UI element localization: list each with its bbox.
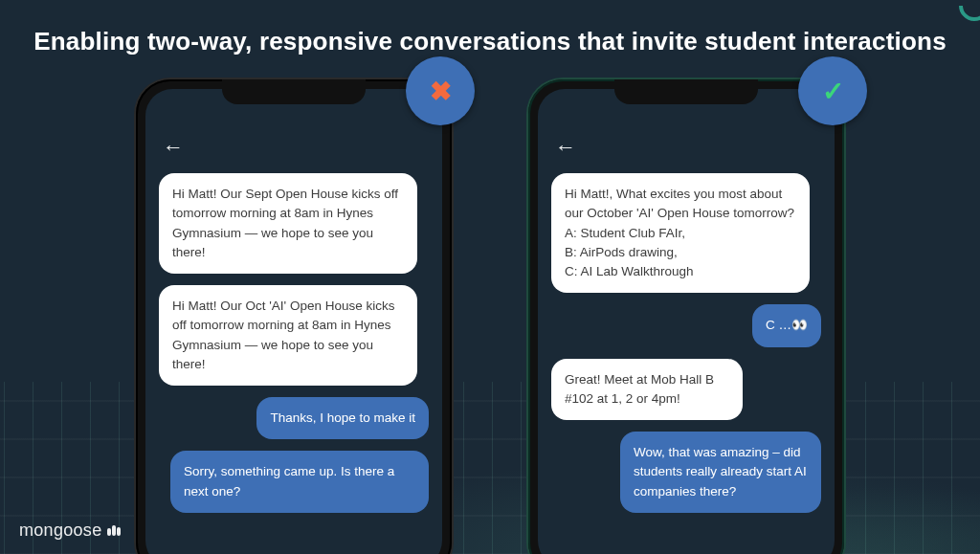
message-bubble-incoming: Hi Matt!, What excites you most about ou… bbox=[551, 173, 810, 293]
back-arrow-icon: ← bbox=[555, 137, 576, 158]
message-bubble-incoming: Hi Matt! Our Sept Open House kicks off t… bbox=[159, 173, 417, 274]
message-bubble-outgoing: Thanks, I hope to make it bbox=[256, 397, 429, 439]
message-list: Hi Matt!, What excites you most about ou… bbox=[551, 173, 821, 513]
phone-mockup-bad-example: ✖ ← Hi Matt! Our Sept Open House kicks o… bbox=[136, 79, 452, 554]
message-bubble-outgoing: Sorry, something came up. Is there a nex… bbox=[170, 451, 429, 513]
message-list: Hi Matt! Our Sept Open House kicks off t… bbox=[159, 173, 429, 513]
message-bubble-incoming: Hi Matt! Our Oct 'AI' Open House kicks o… bbox=[159, 285, 417, 386]
back-arrow-icon: ← bbox=[163, 137, 184, 158]
slide-headline: Enabling two-way, responsive conversatio… bbox=[0, 0, 980, 56]
message-bubble-outgoing: Wow, that was amazing – did students rea… bbox=[620, 432, 821, 513]
phone-screen: ← Hi Matt! Our Sept Open House kicks off… bbox=[145, 89, 442, 554]
phone-comparison-row: ✖ ← Hi Matt! Our Sept Open House kicks o… bbox=[0, 79, 980, 554]
paw-icon bbox=[107, 525, 121, 536]
message-bubble-incoming: Great! Meet at Mob Hall B #102 at 1, 2 o… bbox=[551, 359, 743, 421]
mongoose-logo: mongoose bbox=[19, 521, 121, 541]
check-badge: ✓ bbox=[798, 56, 867, 125]
logo-text: mongoose bbox=[19, 521, 101, 541]
message-bubble-outgoing: C …👀 bbox=[752, 304, 821, 346]
check-icon: ✓ bbox=[822, 76, 844, 107]
phone-notch bbox=[614, 79, 758, 104]
phone-notch bbox=[222, 79, 366, 104]
phone-screen: ← Hi Matt!, What excites you most about … bbox=[538, 89, 835, 554]
x-icon: ✖ bbox=[430, 76, 452, 107]
phone-mockup-good-example: ✓ ← Hi Matt!, What excites you most abou… bbox=[528, 79, 844, 554]
x-badge: ✖ bbox=[406, 56, 475, 125]
